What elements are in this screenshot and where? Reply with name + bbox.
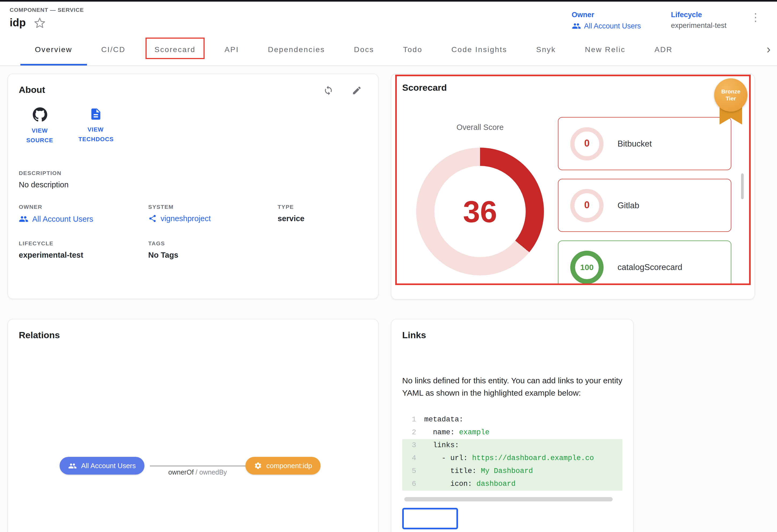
- code-line: 6 icon: dashboard: [402, 478, 622, 490]
- score-item-name: catalogScorecard: [618, 262, 682, 272]
- lifecycle-field-value: experimental-test: [19, 251, 148, 259]
- view-source-button[interactable]: VIEW SOURCE: [19, 107, 61, 145]
- tab-label: Code Insights: [451, 45, 507, 53]
- owner-node-label: All Account Users: [81, 462, 136, 470]
- edge-from-label: ownerOf: [169, 469, 194, 476]
- score-item[interactable]: 0 Gitlab: [558, 179, 731, 232]
- score-item-value: 0: [584, 138, 589, 149]
- tab-api[interactable]: API: [210, 33, 253, 65]
- code-key: icon:: [424, 480, 472, 488]
- code-line: 5 title: My Dashboard: [402, 464, 622, 478]
- tab-label: Scorecard: [154, 45, 196, 53]
- owner-field-label: OWNER: [19, 204, 148, 210]
- view-source-label: VIEW SOURCE: [22, 126, 57, 145]
- owner-link[interactable]: All Account Users: [572, 21, 641, 31]
- page-title: idp: [10, 17, 26, 29]
- tab-code-insights[interactable]: Code Insights: [437, 33, 522, 65]
- kebab-menu-icon[interactable]: ⋮: [747, 11, 764, 24]
- code-line: 3 links:: [402, 439, 622, 452]
- field-lifecycle: LIFECYCLE experimental-test: [19, 240, 148, 259]
- field-type: TYPE service: [278, 204, 367, 224]
- people-icon: [68, 461, 77, 470]
- score-item-ring: 0: [570, 127, 603, 160]
- breadcrumb: COMPONENT — SERVICE: [10, 6, 84, 13]
- tab-new-relic[interactable]: New Relic: [570, 33, 640, 65]
- tab-overview[interactable]: Overview: [20, 33, 87, 65]
- tags-field-value: No Tags: [148, 251, 367, 259]
- score-item-ring: 0: [570, 189, 603, 222]
- view-techdocs-label: VIEW TECHDOCS: [78, 125, 113, 144]
- tab-label: API: [224, 45, 239, 53]
- lifecycle-field-label: LIFECYCLE: [19, 240, 148, 246]
- score-item[interactable]: 0 Bitbucket: [558, 117, 731, 170]
- lifecycle-label: Lifecycle: [671, 11, 727, 19]
- owner-field-value: All Account Users: [32, 215, 93, 223]
- tab-label: Docs: [354, 45, 374, 53]
- line-number: 6: [402, 478, 416, 490]
- page: COMPONENT — SERVICE idp Owner All Accoun…: [0, 0, 777, 532]
- tab-label: Snyk: [536, 45, 556, 53]
- score-item-value: 0: [584, 200, 589, 211]
- relations-graph: ownerOf / ownedBy All Account Users: [19, 350, 367, 527]
- owner-field-link[interactable]: All Account Users: [19, 214, 148, 224]
- code-key: - url:: [424, 454, 468, 462]
- field-owner: OWNER All Account Users: [19, 204, 148, 224]
- tab-docs[interactable]: Docs: [339, 33, 388, 65]
- favorite-star-icon[interactable]: [34, 17, 46, 29]
- edge-to-label: ownedBy: [199, 469, 227, 476]
- scorecard-card: Bronze Tier Scorecard Overall Score 36 0…: [391, 74, 755, 299]
- code-key: metadata:: [424, 415, 463, 423]
- score-item-name: Gitlab: [618, 201, 639, 210]
- field-description: DESCRIPTION No description: [19, 170, 367, 189]
- edit-icon[interactable]: [352, 85, 362, 95]
- owner-value: All Account Users: [584, 22, 641, 30]
- scorecard-title: Scorecard: [402, 83, 755, 94]
- tab-scorecard[interactable]: Scorecard: [140, 33, 210, 65]
- code-line: 1 metadata:: [402, 413, 622, 426]
- description-value: No description: [19, 180, 367, 189]
- tab-todo[interactable]: Todo: [388, 33, 437, 65]
- code-value: example: [455, 428, 489, 436]
- yaml-code-block: 1 metadata: 2 name: example 3 links: 4 -…: [402, 413, 622, 490]
- refresh-icon[interactable]: [323, 85, 333, 95]
- header-lifecycle: Lifecycle experimental-test: [671, 11, 727, 29]
- relation-node-owner[interactable]: All Account Users: [60, 457, 144, 475]
- scorecard-scrollbar[interactable]: [741, 173, 744, 199]
- tab-dependencies[interactable]: Dependencies: [253, 33, 340, 65]
- tab-label: ADR: [655, 45, 673, 53]
- code-key: name:: [424, 428, 455, 436]
- code-line: 2 name: example: [402, 426, 622, 439]
- relation-edge-line: [150, 466, 245, 466]
- scorecard-list: 0 Bitbucket 0 Gitlab 100 catalogScorecar…: [558, 117, 731, 284]
- tab-snyk[interactable]: Snyk: [522, 33, 570, 65]
- tab-adr[interactable]: ADR: [640, 33, 687, 65]
- header-owner: Owner All Account Users: [572, 11, 641, 31]
- view-techdocs-button[interactable]: VIEW TECHDOCS: [75, 107, 117, 145]
- tabs-scroll-right-icon[interactable]: ›: [761, 33, 774, 65]
- code-key: links:: [424, 441, 459, 449]
- system-field-link[interactable]: vigneshproject: [148, 214, 278, 223]
- score-item-value: 100: [580, 263, 594, 272]
- code-key: title:: [424, 467, 476, 475]
- content-area: About VIEW SO: [0, 66, 777, 532]
- tab-label: Todo: [403, 45, 422, 53]
- people-icon: [572, 21, 581, 31]
- relations-title: Relations: [19, 330, 367, 341]
- lifecycle-value: experimental-test: [671, 21, 727, 29]
- cut-off-button[interactable]: [402, 508, 458, 529]
- tab-label: Overview: [35, 45, 72, 53]
- relations-card: Relations ownerOf / ownedBy All Account …: [7, 319, 378, 532]
- links-card: Links No links defined for this entity. …: [391, 319, 634, 532]
- code-horizontal-scrollbar[interactable]: [404, 497, 613, 501]
- edge-separator: /: [196, 469, 197, 476]
- relation-node-component[interactable]: component:idp: [245, 457, 321, 475]
- entity-tabs: OverviewCI/CDScorecardAPIDependenciesDoc…: [0, 33, 777, 66]
- component-node-label: component:idp: [266, 462, 312, 470]
- system-field-label: SYSTEM: [148, 204, 278, 210]
- tab-label: Dependencies: [268, 45, 325, 53]
- code-value: dashboard: [472, 480, 516, 488]
- tab-ci-cd[interactable]: CI/CD: [87, 33, 140, 65]
- line-number: 1: [402, 413, 416, 426]
- links-title: Links: [402, 330, 622, 341]
- score-item[interactable]: 100 catalogScorecard: [558, 241, 731, 284]
